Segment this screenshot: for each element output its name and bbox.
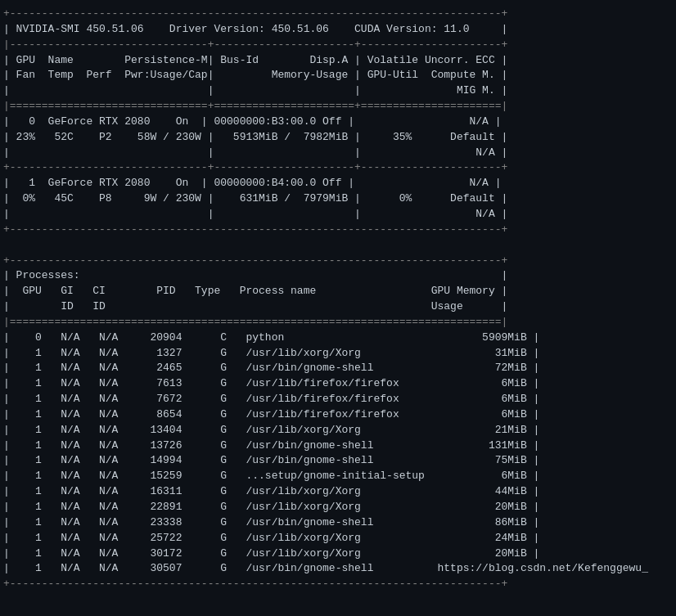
mid-separator: +-------------------------------+-------… (3, 160, 673, 176)
gpu0-row1: | 0 GeForce RTX 2080 On | 00000000:B3:00… (3, 115, 673, 130)
process-row: | 1 N/A N/A 13404 G /usr/lib/xorg/Xorg 2… (3, 423, 673, 438)
process-row: | 1 N/A N/A 16311 G /usr/lib/xorg/Xorg 4… (3, 484, 673, 500)
col-header-sep1: |-------------------------------+-------… (3, 38, 673, 53)
process-row: | 1 N/A N/A 15259 G ...setup/gnome-initi… (3, 469, 673, 484)
header-top-border: +---------------------------------------… (3, 7, 673, 22)
process-row: | 1 N/A N/A 30172 G /usr/lib/xorg/Xorg 2… (3, 546, 673, 562)
col-sep: |===============================+=======… (3, 99, 673, 115)
process-row: | 1 N/A N/A 7672 G /usr/lib/firefox/fire… (3, 392, 673, 407)
process-row: | 0 N/A N/A 20904 C python 5909MiB | (3, 330, 673, 346)
proc-col-header1: | GPU GI CI PID Type Process name GPU Me… (3, 284, 673, 299)
process-row: | 1 N/A N/A 13726 G /usr/bin/gnome-shell… (3, 438, 673, 454)
blank-line (3, 238, 673, 254)
col-header-gpu: | GPU Name Persistence-M| Bus-Id Disp.A … (3, 53, 673, 69)
gpu0-row3: | | | N/A | (3, 146, 673, 161)
proc-col-sep: |=======================================… (3, 315, 673, 330)
gpu1-row2: | 0% 45C P8 9W / 230W | 631MiB / 7979MiB… (3, 191, 673, 207)
proc-header: | Processes: | (3, 268, 673, 284)
col-header-fan: | Fan Temp Perf Pwr:Usage/Cap| Memory-Us… (3, 68, 673, 83)
smi-version-line: | NVIDIA-SMI 450.51.06 Driver Version: 4… (3, 22, 673, 38)
proc-top-border: +---------------------------------------… (3, 254, 673, 269)
bottom-separator: +---------------------------------------… (3, 223, 673, 238)
process-table: | 0 N/A N/A 20904 C python 5909MiB || 1 … (3, 330, 673, 578)
process-row: | 1 N/A N/A 7613 G /usr/lib/firefox/fire… (3, 376, 673, 392)
proc-col-header2: | ID ID Usage | (3, 299, 673, 315)
process-row: | 1 N/A N/A 2465 G /usr/bin/gnome-shell … (3, 361, 673, 376)
gpu0-row2: | 23% 52C P2 58W / 230W | 5913MiB / 7982… (3, 130, 673, 146)
process-row: | 1 N/A N/A 8654 G /usr/lib/firefox/fire… (3, 407, 673, 423)
process-row: | 1 N/A N/A 23338 G /usr/bin/gnome-shell… (3, 515, 673, 531)
gpu1-row1: | 1 GeForce RTX 2080 On | 00000000:B4:00… (3, 176, 673, 191)
proc-bottom-border: +---------------------------------------… (3, 577, 673, 592)
process-row: | 1 N/A N/A 14994 G /usr/bin/gnome-shell… (3, 453, 673, 469)
process-row: | 1 N/A N/A 1327 G /usr/lib/xorg/Xorg 31… (3, 346, 673, 362)
process-row: | 1 N/A N/A 30507 G /usr/bin/gnome-shell… (3, 561, 673, 577)
process-row: | 1 N/A N/A 22891 G /usr/lib/xorg/Xorg 2… (3, 500, 673, 515)
process-row: | 1 N/A N/A 25722 G /usr/lib/xorg/Xorg 2… (3, 531, 673, 546)
gpu1-row3: | | | N/A | (3, 207, 673, 223)
col-header-mig: | | | MIG M. | (3, 83, 673, 99)
terminal-window: +---------------------------------------… (0, 0, 676, 599)
